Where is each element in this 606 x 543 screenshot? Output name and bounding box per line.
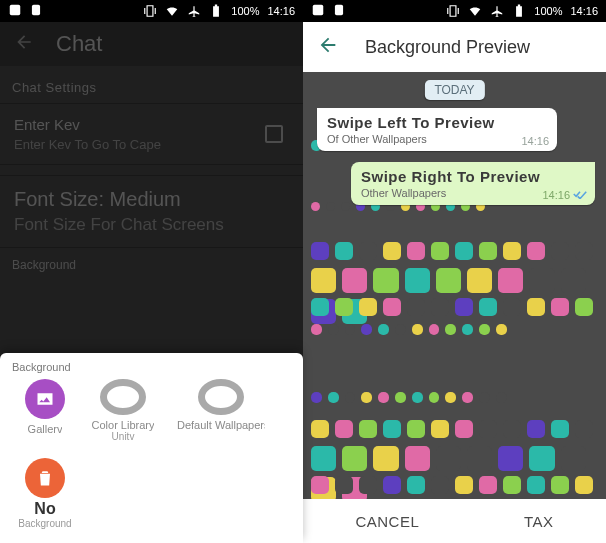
app-icon [8,3,22,17]
clock-text: 14:16 [570,5,598,17]
sublabel: Unitv [112,431,135,442]
row-title: Font Size: Medium [14,188,289,211]
right-screen: 100% 14:16 Background Preview TODAY Swip… [303,0,606,543]
svg-rect-2 [313,5,324,16]
checkbox[interactable] [265,125,283,143]
battery-text: 100% [534,5,562,17]
read-ticks-icon [573,189,587,201]
background-chooser-sheet: Background Gallerv Color Library Unitv D… [0,353,303,543]
app-icon [29,3,43,17]
appbar-title: Chat [56,31,102,57]
sublabel: Background [18,518,71,529]
font-size-row[interactable]: Font Size: Medium Font Size For Chat Scr… [0,175,303,248]
action-bar: CANCEL TAX [303,499,606,543]
wifi-icon [468,4,482,18]
status-bar: 100% 14:16 [303,0,606,22]
section-header: Chat Settings [0,66,303,103]
left-screen: 100% 14:16 Chat Chat Settings Enter Kev … [0,0,303,543]
label: Gallerv [28,423,63,435]
bubble-subtext: Of Other Wallpapers [327,133,547,145]
vibrate-icon [446,4,460,18]
row-title: Enter Kev [14,116,161,133]
option-color-library[interactable]: Color Library Unitv [80,379,166,442]
row-subtitle: Enter Kev To Go To Cape [14,137,161,152]
enter-key-row[interactable]: Enter Kev Enter Kev To Go To Cape [0,103,303,165]
option-gallery[interactable]: Gallerv [10,379,80,442]
svg-rect-3 [335,5,343,16]
airplane-icon [187,4,201,18]
wallpaper-preview[interactable]: TODAY Swipe Left To Preview Of Other Wal… [303,72,606,499]
incoming-bubble: Swipe Left To Preview Of Other Wallpaper… [317,108,557,151]
ring-icon [198,379,244,415]
appbar-title: Background Preview [365,37,530,58]
back-button[interactable] [14,32,34,56]
bubble-text: Swipe Left To Preview [327,114,547,131]
back-button[interactable] [317,34,339,60]
label: Color Library [92,419,155,431]
appbar: Chat [0,22,303,66]
bubble-time: 14:16 [521,135,549,147]
app-icon [332,3,346,17]
trash-icon [25,458,65,498]
app-icon [311,3,325,17]
background-header: Background [0,248,303,282]
svg-rect-0 [10,5,21,16]
battery-icon [209,4,223,18]
gallery-icon [25,379,65,419]
clock-text: 14:16 [267,5,295,17]
status-bar: 100% 14:16 [0,0,303,22]
option-no-background[interactable]: No Background [10,458,80,529]
bubble-time: 14:16 [542,189,587,201]
bubble-text: Swipe Right To Preview [361,168,585,185]
appbar: Background Preview [303,22,606,72]
svg-rect-1 [32,5,40,16]
row-subtitle: Font Size For Chat Screens [14,215,289,235]
cancel-button[interactable]: CANCEL [355,513,419,530]
airplane-icon [490,4,504,18]
ring-icon [100,379,146,415]
wifi-icon [165,4,179,18]
battery-text: 100% [231,5,259,17]
option-default-wallpapers[interactable]: Default Wallpapers [166,379,276,442]
date-pill: TODAY [424,80,484,100]
battery-icon [512,4,526,18]
set-button[interactable]: TAX [524,513,554,530]
label: No [34,500,55,518]
vibrate-icon [143,4,157,18]
label: Default Wallpapers [177,419,265,431]
sheet-title: Background [12,361,293,373]
outgoing-bubble: Swipe Right To Preview Other Wallpapers … [351,162,595,205]
